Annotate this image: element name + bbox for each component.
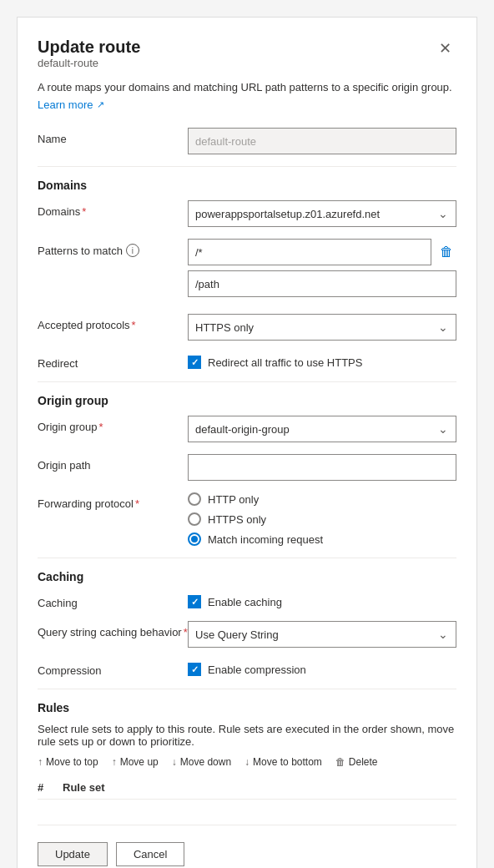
delete-rule-icon: 🗑	[335, 756, 345, 768]
delete-rule-button[interactable]: 🗑 Delete	[335, 756, 378, 768]
domains-select[interactable]: powerappsportalsetup.z01.azurefd.net	[188, 200, 456, 227]
origin-group-row: Origin group* default-origin-group	[38, 416, 456, 442]
compression-control: ✓ Enable compression	[188, 659, 456, 676]
col-ruleset: Rule set	[63, 781, 456, 794]
redirect-label: Redirect	[38, 352, 188, 370]
name-row: Name	[38, 128, 456, 154]
origin-group-select[interactable]: default-origin-group	[188, 416, 456, 442]
close-button[interactable]: ✕	[434, 38, 456, 59]
compression-checkbox-label: Enable compression	[208, 664, 306, 676]
delete-pattern-0-button[interactable]: 🗑	[436, 241, 456, 263]
origin-group-control: default-origin-group	[188, 416, 456, 442]
origin-group-section-heading: Origin group	[38, 394, 456, 407]
move-to-top-button[interactable]: ↑ Move to top	[38, 756, 98, 768]
forwarding-https-only-radio[interactable]	[188, 512, 201, 526]
caching-section-heading: Caching	[38, 570, 456, 583]
external-link-icon: ↗	[97, 99, 104, 110]
protocols-select-wrapper: HTTPS only HTTP only HTTP and HTTPS	[188, 314, 456, 341]
domains-select-wrapper: powerappsportalsetup.z01.azurefd.net	[188, 200, 456, 227]
origin-path-row: Origin path	[38, 454, 456, 481]
move-down-button[interactable]: ↓ Move down	[172, 756, 231, 768]
cancel-button[interactable]: Cancel	[116, 842, 184, 866]
query-string-control: Use Query String Ignore Query String Ign…	[188, 621, 456, 648]
patterns-control: 🗑	[188, 239, 456, 302]
caching-checkbox-row[interactable]: ✓ Enable caching	[188, 595, 456, 608]
caching-checkmark: ✓	[191, 597, 199, 608]
caching-control: ✓ Enable caching	[188, 592, 456, 608]
move-down-label: Move down	[180, 756, 231, 768]
forwarding-https-only-row[interactable]: HTTPS only	[188, 512, 456, 526]
patterns-info-icon[interactable]: i	[126, 244, 139, 257]
rules-description: Select rule sets to apply to this route.…	[38, 723, 456, 748]
forwarding-match-incoming-radio[interactable]	[188, 532, 201, 546]
redirect-checkbox[interactable]: ✓	[188, 356, 201, 369]
move-to-top-icon: ↑	[38, 756, 43, 768]
patterns-row: Patterns to match i 🗑	[38, 239, 456, 302]
domains-section-heading: Domains	[38, 179, 456, 192]
domains-control: powerappsportalsetup.z01.azurefd.net	[188, 200, 456, 227]
move-to-bottom-label: Move to bottom	[253, 756, 322, 768]
move-to-bottom-button[interactable]: ↓ Move to bottom	[244, 756, 322, 768]
caching-label: Caching	[38, 592, 188, 609]
learn-more-label: Learn more	[38, 98, 93, 111]
origin-path-control	[188, 454, 456, 481]
forwarding-https-only-label: HTTPS only	[208, 513, 266, 526]
name-input[interactable]	[188, 128, 456, 154]
panel-title: Update route	[38, 38, 140, 57]
rules-table-header: # Rule set	[38, 776, 456, 800]
pattern-item-1	[188, 270, 456, 297]
accepted-protocols-select[interactable]: HTTPS only HTTP only HTTP and HTTPS	[188, 314, 456, 341]
caching-checkbox[interactable]: ✓	[188, 595, 201, 608]
move-down-icon: ↓	[172, 756, 177, 768]
compression-checkbox[interactable]: ✓	[188, 663, 201, 676]
pattern-input-0[interactable]	[188, 239, 431, 265]
radio-inner-dot	[191, 536, 198, 542]
move-up-label: Move up	[120, 756, 159, 768]
name-control	[188, 128, 456, 154]
origin-path-label: Origin path	[38, 454, 188, 472]
move-up-icon: ↑	[112, 756, 117, 768]
compression-checkmark: ✓	[191, 664, 199, 675]
forwarding-match-incoming-row[interactable]: Match incoming request	[188, 532, 456, 546]
update-button[interactable]: Update	[38, 842, 108, 866]
query-string-select[interactable]: Use Query String Ignore Query String Ign…	[188, 621, 456, 648]
patterns-label: Patterns to match i	[38, 239, 188, 257]
redirect-row: Redirect ✓ Redirect all traffic to use H…	[38, 352, 456, 370]
accepted-protocols-row: Accepted protocols* HTTPS only HTTP only…	[38, 314, 456, 341]
domains-label: Domains*	[38, 200, 188, 218]
move-up-button[interactable]: ↑ Move up	[112, 756, 159, 768]
forwarding-http-only-label: HTTP only	[208, 493, 259, 506]
accepted-protocols-control: HTTPS only HTTP only HTTP and HTTPS	[188, 314, 456, 341]
forwarding-protocol-label: Forwarding protocol*	[38, 492, 188, 510]
origin-path-input[interactable]	[188, 454, 456, 481]
update-route-panel: Update route default-route ✕ A route map…	[17, 17, 477, 868]
caching-checkbox-label: Enable caching	[208, 596, 282, 608]
redirect-checkbox-row[interactable]: ✓ Redirect all traffic to use HTTPS	[188, 356, 456, 369]
forwarding-radio-group: HTTP only HTTPS only Match incoming requ…	[188, 492, 456, 546]
forwarding-match-incoming-label: Match incoming request	[208, 533, 323, 546]
forwarding-protocol-row: Forwarding protocol* HTTP only HTTPS onl…	[38, 492, 456, 546]
forwarding-http-only-radio[interactable]	[188, 492, 201, 506]
origin-group-select-wrapper: default-origin-group	[188, 416, 456, 442]
title-group: Update route default-route	[38, 38, 140, 78]
redirect-control: ✓ Redirect all traffic to use HTTPS	[188, 352, 456, 369]
query-string-label: Query string caching behavior*	[38, 621, 188, 638]
learn-more-link[interactable]: Learn more ↗	[38, 98, 104, 111]
redirect-checkbox-label: Redirect all traffic to use HTTPS	[208, 356, 362, 369]
footer: Update Cancel	[38, 825, 456, 866]
pattern-input-1[interactable]	[188, 270, 456, 297]
domains-row: Domains* powerappsportalsetup.z01.azuref…	[38, 200, 456, 227]
compression-row: Compression ✓ Enable compression	[38, 659, 456, 677]
forwarding-protocol-control: HTTP only HTTPS only Match incoming requ…	[188, 492, 456, 546]
panel-subtitle: default-route	[38, 57, 140, 69]
rules-section: Rules Select rule sets to apply to this …	[38, 701, 456, 800]
move-to-bottom-icon: ↓	[244, 756, 250, 768]
panel-description: A route maps your domains and matching U…	[38, 81, 456, 93]
rules-section-heading: Rules	[38, 701, 456, 714]
query-string-row: Query string caching behavior* Use Query…	[38, 621, 456, 648]
delete-rule-label: Delete	[349, 756, 378, 768]
col-hash: #	[38, 781, 63, 794]
forwarding-http-only-row[interactable]: HTTP only	[188, 492, 456, 506]
caching-row: Caching ✓ Enable caching	[38, 592, 456, 609]
compression-checkbox-row[interactable]: ✓ Enable compression	[188, 663, 456, 676]
